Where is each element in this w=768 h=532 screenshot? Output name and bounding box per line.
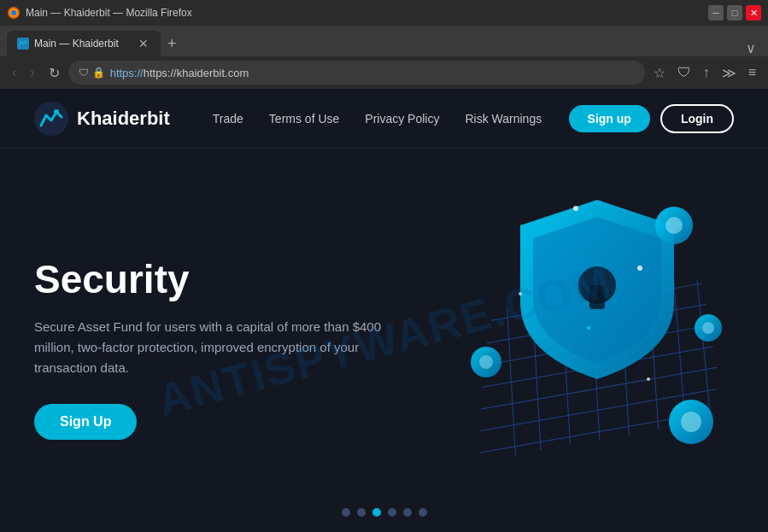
svg-point-32 (587, 326, 590, 330)
firefox-shield-button[interactable]: 🛡 (672, 61, 696, 84)
logo-icon (34, 102, 68, 136)
site-nav-actions: Sign up Login (569, 104, 734, 133)
hero-description: Secure Asset Fund for users with a capit… (34, 317, 402, 378)
pagination-dot-3[interactable] (372, 508, 381, 517)
new-tab-button[interactable]: + (161, 31, 184, 56)
site-logo[interactable]: Khaiderbit (34, 102, 170, 136)
pagination-dot-4[interactable] (388, 508, 396, 517)
hero-title: Security (34, 258, 444, 301)
logo-text: Khaiderbit (77, 108, 170, 130)
nav-risk[interactable]: Risk Warnings (465, 112, 542, 126)
hero-content: Security Secure Asset Fund for users wit… (34, 258, 444, 440)
reload-button[interactable]: ↻ (44, 61, 65, 85)
svg-point-27 (479, 355, 493, 369)
tab-favicon (17, 38, 29, 50)
lock-icon: 🔒 (92, 67, 105, 79)
firefox-icon (7, 6, 21, 20)
minimize-button[interactable]: ─ (708, 5, 724, 20)
bookmark-button[interactable]: ☆ (648, 61, 671, 85)
nav-trade[interactable]: Trade (213, 112, 243, 126)
url-display: https://https://khaiderbit.com (110, 67, 635, 79)
menu-button[interactable]: ≡ (743, 61, 761, 84)
svg-point-31 (637, 266, 642, 271)
hero-image (443, 157, 751, 482)
maximize-button[interactable]: □ (727, 5, 742, 20)
tab-list-button[interactable]: ∨ (741, 40, 761, 56)
pagination-dot-1[interactable] (342, 508, 350, 517)
svg-line-12 (490, 309, 532, 455)
pagination-dot-5[interactable] (403, 508, 412, 517)
page-actions-button[interactable]: ↑ (698, 61, 715, 84)
svg-point-34 (647, 377, 650, 381)
back-button[interactable]: ‹ (7, 61, 21, 84)
tab-close-button[interactable]: ✕ (137, 37, 150, 50)
svg-point-23 (665, 217, 683, 234)
browser-tab[interactable]: Main — Khaiderbit ✕ (7, 31, 161, 56)
browser-title: Main — Khaiderbit — Mozilla Firefox (26, 7, 192, 19)
shield-icon: 🛡 (79, 67, 89, 79)
pagination-dot-6[interactable] (419, 508, 427, 517)
svg-point-29 (681, 412, 701, 432)
nav-terms[interactable]: Terms of Use (269, 112, 339, 126)
svg-point-2 (11, 10, 16, 15)
extensions-button[interactable]: ≫ (717, 61, 742, 85)
nav-login-button[interactable]: Login (660, 104, 734, 133)
nav-signup-button[interactable]: Sign up (569, 105, 650, 132)
pagination-dot-2[interactable] (357, 508, 366, 517)
tab-label: Main — Khaiderbit (34, 38, 132, 50)
svg-rect-21 (589, 285, 605, 309)
hero-signup-button[interactable]: Sign Up (34, 404, 137, 440)
site-nav-links: Trade Terms of Use Privacy Policy Risk W… (213, 112, 569, 126)
svg-point-4 (54, 109, 59, 114)
website-content: Khaiderbit Trade Terms of Use Privacy Po… (0, 89, 768, 532)
address-bar[interactable]: 🛡 🔒 https://https://khaiderbit.com (68, 61, 645, 85)
pagination-dots (0, 508, 768, 517)
svg-point-33 (519, 292, 522, 295)
forward-button[interactable]: › (25, 61, 39, 84)
security-shield-illustration (443, 157, 751, 482)
nav-privacy[interactable]: Privacy Policy (365, 112, 439, 126)
close-button[interactable]: ✕ (746, 5, 761, 20)
hero-section: ANTISPYWARE.COM Security Secure Asset Fu… (0, 149, 768, 532)
svg-point-30 (573, 206, 578, 211)
site-navbar: Khaiderbit Trade Terms of Use Privacy Po… (0, 89, 768, 149)
svg-point-25 (702, 322, 714, 334)
